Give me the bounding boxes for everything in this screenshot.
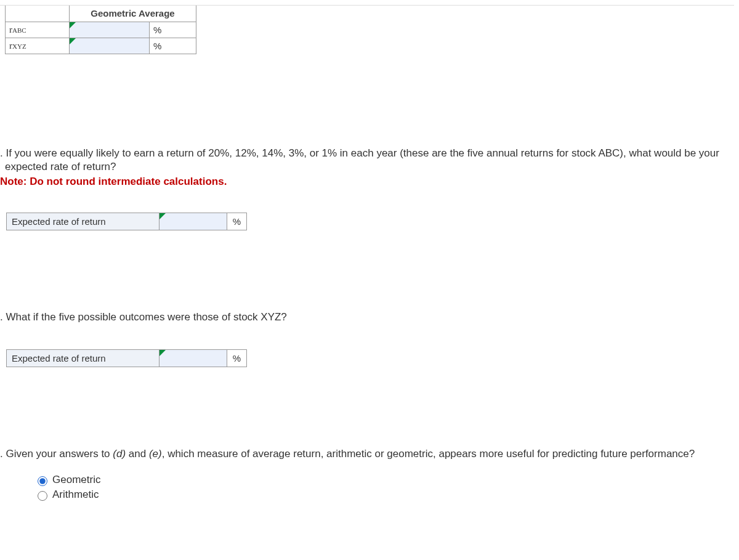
expected-rate-e-input[interactable] <box>160 350 227 367</box>
radio-geometric-input[interactable] <box>38 476 47 486</box>
err-input-cell[interactable] <box>160 350 227 367</box>
unit-cell: % <box>150 22 196 38</box>
flag-icon <box>70 38 76 44</box>
geo-header: Geometric Average <box>70 6 196 22</box>
question-e: . What if the five possible outcomes wer… <box>0 310 734 367</box>
err-label: Expected rate of return <box>7 350 160 367</box>
measure-radio-group: Geometric Arithmetic <box>0 474 734 501</box>
question-f-prompt: . Given your answers to (d) and (e), whi… <box>0 447 734 461</box>
unit-cell: % <box>227 213 247 230</box>
flag-icon <box>70 22 76 28</box>
blank-header-cell <box>6 6 70 22</box>
unit-cell: % <box>150 38 196 54</box>
table-row: rXYZ % <box>6 38 196 54</box>
table-row: Expected rate of return % <box>7 350 247 367</box>
expected-rate-table-d: Expected rate of return % <box>6 213 247 230</box>
radio-geometric[interactable]: Geometric <box>34 474 734 486</box>
input-cell-abc[interactable] <box>70 22 150 38</box>
flag-icon <box>160 213 166 219</box>
geometric-average-table: Geometric Average rABC % rXYZ % <box>5 6 196 54</box>
row-label-xyz: rXYZ <box>6 38 70 54</box>
expected-rate-table-e: Expected rate of return % <box>6 349 247 367</box>
flag-icon <box>160 350 166 356</box>
question-e-prompt: . What if the five possible outcomes wer… <box>0 310 734 325</box>
row-label-abc: rABC <box>6 22 70 38</box>
radio-label: Geometric <box>52 474 100 486</box>
question-f: . Given your answers to (d) and (e), whi… <box>0 447 734 501</box>
geo-abc-input[interactable] <box>70 22 149 38</box>
err-input-cell[interactable] <box>160 213 227 230</box>
geo-xyz-input[interactable] <box>70 38 149 54</box>
radio-arithmetic-input[interactable] <box>38 491 47 501</box>
input-cell-xyz[interactable] <box>70 38 150 54</box>
question-d-note: Note: Do not round intermediate calculat… <box>0 176 734 188</box>
table-row: Expected rate of return % <box>7 213 247 230</box>
table-row: rABC % <box>6 22 196 38</box>
question-d-prompt: . If you were equally likely to earn a r… <box>0 147 734 175</box>
err-label: Expected rate of return <box>7 213 160 230</box>
question-d: . If you were equally likely to earn a r… <box>0 147 734 231</box>
radio-label: Arithmetic <box>52 489 99 501</box>
expected-rate-d-input[interactable] <box>160 213 227 230</box>
radio-arithmetic[interactable]: Arithmetic <box>34 489 734 501</box>
unit-cell: % <box>227 350 247 367</box>
